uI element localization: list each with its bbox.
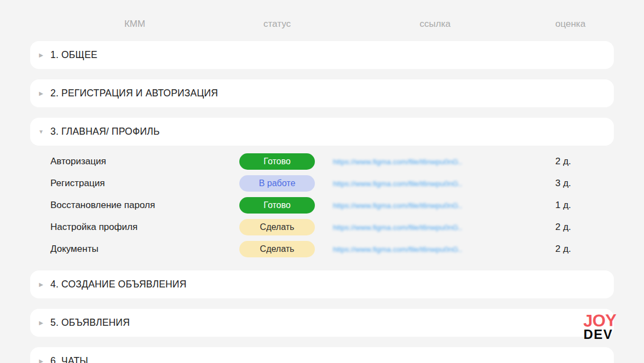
figma-link[interactable]: https://www.figma.com/file/t6nwpu0nG.. [315, 158, 555, 166]
estimate-value: 1 д. [555, 200, 614, 211]
table-row: Настройка профиля Сделать https://www.fi… [30, 216, 614, 238]
estimate-value: 2 д. [555, 244, 614, 255]
column-header-estimate: оценка [555, 19, 614, 30]
task-name: Настройка профиля [30, 222, 239, 233]
section-header-obyavleniya[interactable]: ▶ 5. ОБЪЯВЛЕНИЯ [30, 309, 614, 337]
table-row: Авторизация Готово https://www.figma.com… [30, 151, 614, 172]
figma-link[interactable]: https://www.figma.com/file/t6nwpu0nG.. [315, 201, 555, 210]
estimate-value: 2 д. [555, 222, 614, 233]
column-header-status: статус [239, 19, 315, 30]
section-header-chaty[interactable]: ▶ 6. ЧАТЫ [30, 347, 614, 363]
section-title: 1. ОБЩЕЕ [50, 49, 97, 61]
status-badge: В работе [239, 175, 315, 192]
chevron-down-icon: ▼ [38, 129, 44, 135]
section-header-obshchee[interactable]: ▶ 1. ОБЩЕЕ [30, 41, 614, 69]
chevron-right-icon: ▶ [38, 359, 44, 363]
chevron-right-icon: ▶ [38, 320, 44, 326]
section-3-task-list: Авторизация Готово https://www.figma.com… [30, 151, 614, 260]
section-title: 6. ЧАТЫ [50, 355, 88, 363]
table-row: Регистрация В работе https://www.figma.c… [30, 172, 614, 194]
column-header-link: ссылка [315, 19, 555, 30]
task-name: Регистрация [30, 178, 239, 189]
section-header-glavnaya-profil[interactable]: ▼ 3. ГЛАВНАЯ/ ПРОФИЛЬ [30, 118, 614, 146]
figma-link[interactable]: https://www.figma.com/file/t6nwpu0nG.. [315, 223, 555, 232]
chevron-right-icon: ▶ [38, 282, 44, 287]
status-badge: Сделать [239, 219, 315, 235]
chevron-right-icon: ▶ [38, 91, 44, 96]
section-title: 2. РЕГИСТРАЦИЯ И АВТОРИЗАЦИЯ [50, 88, 218, 99]
column-header-row: КММ статус ссылка оценка [30, 18, 614, 31]
estimate-value: 3 д. [555, 178, 614, 189]
table-row: Документы Сделать https://www.figma.com/… [30, 238, 614, 260]
status-badge: Сделать [239, 241, 315, 257]
task-name: Документы [30, 244, 239, 255]
estimate-value: 2 д. [555, 156, 614, 167]
figma-link[interactable]: https://www.figma.com/file/t6nwpu0nG.. [315, 245, 555, 253]
task-tracker: КММ статус ссылка оценка ▶ 1. ОБЩЕЕ ▶ 2.… [30, 18, 614, 363]
table-row: Восстановление пароля Готово https://www… [30, 194, 614, 216]
figma-link[interactable]: https://www.figma.com/file/t6nwpu0nG.. [315, 180, 555, 188]
task-name: Авторизация [30, 156, 239, 167]
chevron-right-icon: ▶ [38, 53, 44, 58]
task-name: Восстановление пароля [30, 200, 239, 211]
section-title: 4. СОЗДАНИЕ ОБЪЯВЛЕНИЯ [50, 279, 186, 290]
section-header-sozdanie-obyavleniya[interactable]: ▶ 4. СОЗДАНИЕ ОБЪЯВЛЕНИЯ [30, 270, 614, 298]
column-header-kmm: КММ [30, 19, 239, 30]
section-title: 5. ОБЪЯВЛЕНИЯ [50, 317, 130, 329]
status-badge: Готово [239, 197, 315, 214]
section-title: 3. ГЛАВНАЯ/ ПРОФИЛЬ [50, 126, 160, 137]
status-badge: Готово [239, 153, 315, 170]
joydev-logo: JOY DEV [583, 312, 617, 341]
joydev-logo-joy: JOY [583, 312, 617, 329]
section-header-registraciya[interactable]: ▶ 2. РЕГИСТРАЦИЯ И АВТОРИЗАЦИЯ [30, 79, 614, 107]
